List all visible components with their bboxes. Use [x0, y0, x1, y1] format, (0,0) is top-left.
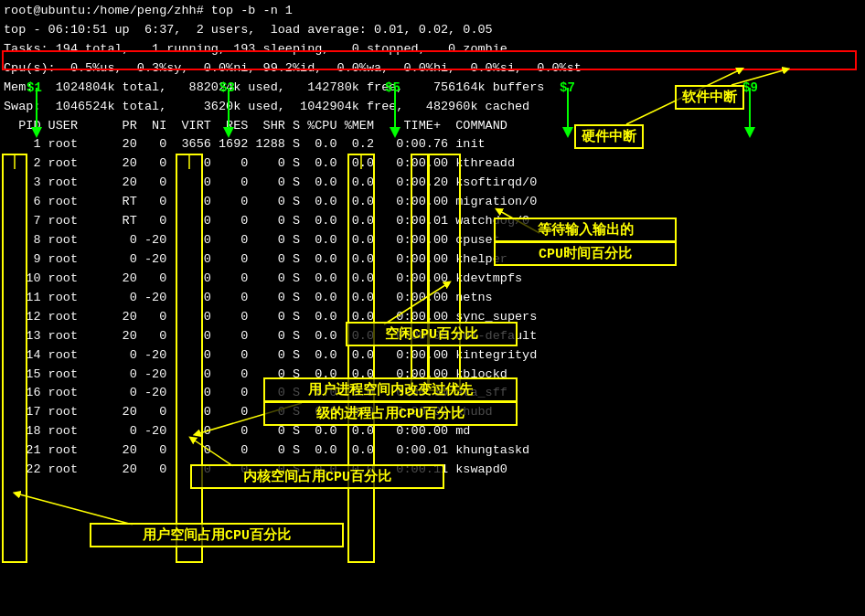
terminal-line-p9: 9 root 0 -20 0 0 0 S 0.0 0.0 0:00.00 khe…: [4, 250, 861, 270]
terminal-line-p7: 7 root RT 0 0 0 0 S 0.0 0.0 0:00.01 watc…: [4, 212, 861, 231]
terminal-line-p11: 11 root 0 -20 0 0 0 S 0.0 0.0 0:00.00 ne…: [4, 289, 861, 308]
user-cpu-label: 用户空间占用CPU百分比: [90, 523, 344, 547]
terminal: root@ubuntu:/home/peng/zhh# top -b -n 1t…: [0, 0, 865, 616]
terminal-line-p21: 21 root 20 0 0 0 0 S 0.0 0.0 0:00.01 khu…: [4, 441, 861, 461]
terminal-line-p3: 3 root 20 0 0 0 0 S 0.0 0.0 0:00.20 ksof…: [4, 174, 861, 193]
svg-line-11: [16, 494, 133, 525]
terminal-line-mem: Mem: 1024804k total, 882024k used, 14278…: [4, 79, 861, 98]
terminal-line-p1: 1 root 20 0 3656 1692 1288 S 0.0 0.2 0:0…: [4, 135, 861, 154]
terminal-line-p18: 18 root 0 -20 0 0 0 S 0.0 0.0 0:00.00 md: [4, 422, 861, 441]
terminal-line-p22: 22 root 20 0 0 0 0 S 0.0 0.0 0:00.11 ksw…: [4, 461, 861, 480]
terminal-line-top1: top - 06:10:51 up 6:37, 2 users, load av…: [4, 21, 861, 40]
terminal-line-cmd: root@ubuntu:/home/peng/zhh# top -b -n 1: [4, 2, 861, 21]
terminal-line-tasks: Tasks: 194 total, 1 running, 193 sleepin…: [4, 40, 861, 59]
terminal-line-p2: 2 root 20 0 0 0 0 S 0.0 0.0 0:00.00 kthr…: [4, 154, 861, 174]
terminal-line-p6: 6 root RT 0 0 0 0 S 0.0 0.0 0:00.00 migr…: [4, 193, 861, 212]
terminal-line-swap: Swap: 1046524k total, 3620k used, 104290…: [4, 98, 861, 117]
terminal-line-p10: 10 root 20 0 0 0 0 S 0.0 0.0 0:00.00 kde…: [4, 270, 861, 289]
terminal-line-p12: 12 root 20 0 0 0 0 S 0.0 0.0 0:00.00 syn…: [4, 308, 861, 327]
terminal-line-header: PID USER PR NI VIRT RES SHR S %CPU %MEM …: [4, 117, 861, 136]
terminal-line-p8: 8 root 0 -20 0 0 0 S 0.0 0.0 0:00.00 cpu…: [4, 231, 861, 250]
terminal-content: root@ubuntu:/home/peng/zhh# top -b -n 1t…: [4, 2, 861, 480]
terminal-line-p17: 17 root 20 0 0 0 0 S 0.0 0.0 0:00.00 khu…: [4, 403, 861, 422]
terminal-line-p14: 14 root 0 -20 0 0 0 S 0.0 0.0 0:00.00 ki…: [4, 346, 861, 366]
terminal-line-cpu: Cpu(s): 0.5%us, 0.3%sy, 0.0%ni, 99.2%id,…: [4, 59, 861, 79]
terminal-line-p15: 15 root 0 -20 0 0 0 S 0.0 0.0 0:00.00 kb…: [4, 366, 861, 385]
terminal-line-p16: 16 root 0 -20 0 0 0 S 0.0 0.0 0:00.00 at…: [4, 384, 861, 403]
terminal-line-p13: 13 root 20 0 0 0 0 S 0.0 0.0 0:00.00 bdi…: [4, 327, 861, 346]
